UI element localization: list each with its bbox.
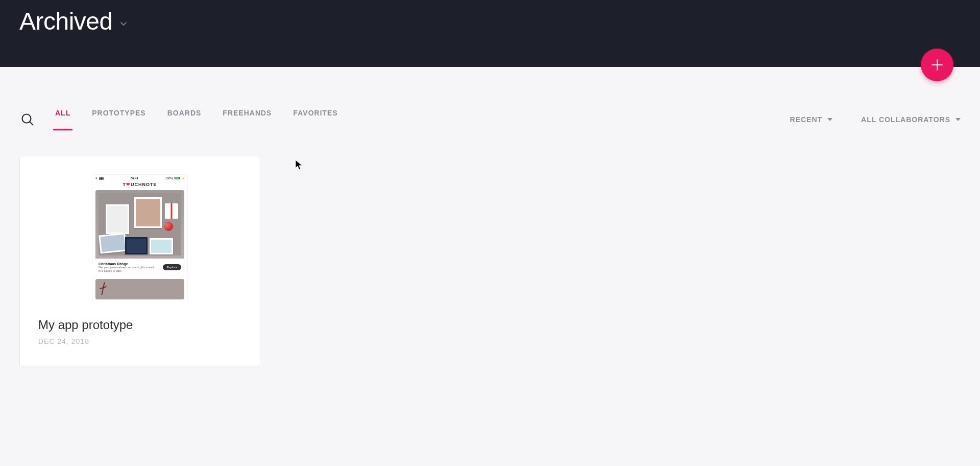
filter-tabs: ALL PROTOTYPES BOARDS FREEHANDS FAVORITE… <box>55 109 338 130</box>
chevron-down-icon <box>120 20 127 28</box>
caret-down-icon <box>827 118 832 121</box>
project-date: DEC 24, 2018 <box>38 337 241 345</box>
status-time: 09:41 <box>131 177 138 180</box>
phone-statusbar: ✈ ▮▮▮ 09:41 100% ⚡ <box>92 175 187 181</box>
tab-prototypes[interactable]: PROTOTYPES <box>92 109 145 130</box>
preview-hero-secondary <box>95 279 184 299</box>
search-icon <box>20 112 35 127</box>
tab-freehands[interactable]: FREEHANDS <box>223 109 272 130</box>
tab-label: FAVORITES <box>293 109 337 117</box>
project-card[interactable]: ✈ ▮▮▮ 09:41 100% ⚡ T❤UCHNOTE <box>19 156 260 366</box>
signal-icon: ▮▮▮ <box>99 176 104 180</box>
create-button[interactable] <box>921 49 953 81</box>
phone-preview: ✈ ▮▮▮ 09:41 100% ⚡ T❤UCHNOTE <box>92 175 187 302</box>
page-title: Archived <box>19 7 113 35</box>
caret-down-icon <box>955 118 961 121</box>
sort-dropdown[interactable]: RECENT <box>790 115 833 124</box>
app-header: Archived <box>0 0 980 67</box>
charging-icon: ⚡ <box>181 176 185 180</box>
project-title: My app prototype <box>38 318 241 332</box>
preview-hero: Christmas Range Get your personalised ca… <box>95 190 184 276</box>
plus-icon <box>930 58 944 72</box>
collaborators-dropdown-label: ALL COLLABORATORS <box>861 115 950 124</box>
tab-label: BOARDS <box>167 109 202 117</box>
search-button[interactable] <box>19 111 36 128</box>
project-meta: My app prototype DEC 24, 2018 <box>20 302 260 366</box>
tab-label: FREEHANDS <box>223 109 272 117</box>
page-title-dropdown[interactable]: Archived <box>19 7 127 35</box>
tab-label: PROTOTYPES <box>92 109 145 117</box>
tab-boards[interactable]: BOARDS <box>167 109 202 130</box>
battery-icon <box>175 177 180 179</box>
tab-all[interactable]: ALL <box>55 109 70 130</box>
hero-subtitle: Get your personalised cards and gifts so… <box>99 266 155 272</box>
project-thumbnail: ✈ ▮▮▮ 09:41 100% ⚡ T❤UCHNOTE <box>20 156 260 302</box>
tab-label: ALL <box>55 109 70 117</box>
projects-grid: ✈ ▮▮▮ 09:41 100% ⚡ T❤UCHNOTE <box>0 130 980 397</box>
filter-right: RECENT ALL COLLABORATORS <box>790 115 961 124</box>
status-battery-text: 100% <box>165 177 173 180</box>
hero-cta: Explore <box>163 264 181 270</box>
sort-dropdown-label: RECENT <box>790 115 823 124</box>
collaborators-dropdown[interactable]: ALL COLLABORATORS <box>861 115 961 124</box>
preview-brand: T❤UCHNOTE <box>92 181 187 190</box>
tab-favorites[interactable]: FAVORITES <box>293 109 337 130</box>
filter-bar: ALL PROTOTYPES BOARDS FREEHANDS FAVORITE… <box>0 109 980 130</box>
airplane-icon: ✈ <box>95 176 97 180</box>
hero-title: Christmas Range <box>99 262 155 266</box>
